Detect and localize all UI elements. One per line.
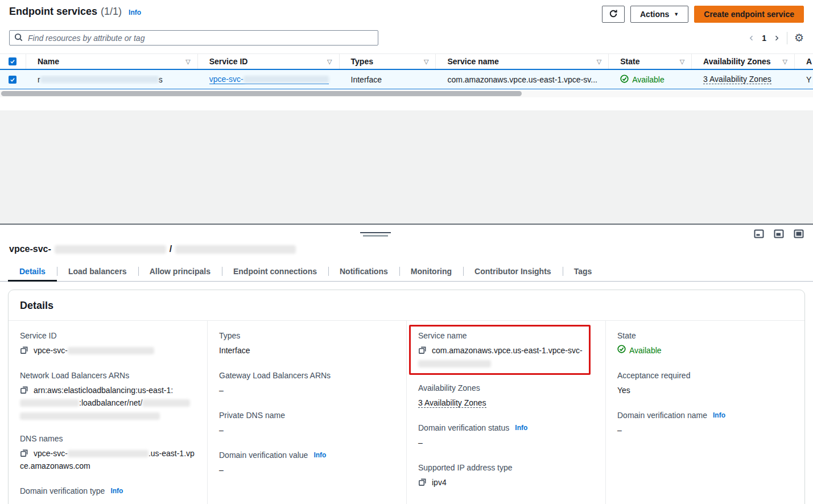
actions-button[interactable]: Actions ▼ (630, 6, 688, 23)
tab-endpoint-connections[interactable]: Endpoint connections (222, 263, 328, 281)
field-label: Domain verification status (418, 423, 509, 432)
tab-tags[interactable]: Tags (563, 263, 604, 281)
cell-service-name: com.amazonaws.vpce.us-east-1.vpce-sv... (436, 75, 609, 84)
info-link[interactable]: Info (515, 424, 527, 432)
field-label: DNS names (20, 434, 63, 443)
redacted-text (418, 360, 491, 367)
resource-count: (1/1) (101, 6, 122, 18)
details-card: Details Service ID vpce-svc- Network Loa… (8, 290, 805, 504)
availability-zones-popover-trigger[interactable]: 3 Availability Zones (703, 75, 771, 84)
panel-size-large-icon[interactable] (793, 228, 805, 239)
field-label: Supported IP address type (418, 463, 513, 472)
column-header-state[interactable]: State▽ (609, 54, 692, 69)
search-input[interactable] (27, 33, 373, 43)
info-link[interactable]: Info (129, 9, 141, 16)
create-endpoint-service-button[interactable]: Create endpoint service (694, 6, 804, 23)
field-state: State Available (617, 331, 793, 357)
status-badge: Available (617, 344, 662, 357)
previous-page-button[interactable] (748, 34, 755, 42)
actions-label: Actions (640, 10, 669, 19)
row-checkbox[interactable] (9, 76, 16, 84)
scrollbar-thumb[interactable] (1, 91, 522, 96)
refresh-icon (609, 9, 618, 20)
info-link[interactable]: Info (713, 411, 725, 419)
preferences-gear-icon[interactable]: ⚙ (794, 32, 804, 43)
horizontal-scrollbar[interactable] (0, 90, 813, 97)
field-label: State (617, 331, 636, 340)
table-header-row: Name▽ Service ID▽ Types▽ Service name▽ S… (0, 53, 813, 69)
panel-size-medium-icon[interactable] (773, 228, 785, 239)
details-card-heading: Details (9, 290, 804, 321)
column-header-service-name[interactable]: Service name▽ (436, 54, 609, 69)
field-service-name: Service name com.amazonaws.vpce.us-east-… (418, 331, 581, 367)
pagination: 1 ⚙ (748, 32, 804, 44)
panel-tabs: Details Load balancers Allow principals … (0, 263, 813, 282)
endpoint-services-table: Name▽ Service ID▽ Types▽ Service name▽ S… (0, 53, 813, 97)
sort-icon[interactable]: ▽ (323, 58, 332, 65)
panel-size-small-icon[interactable] (753, 228, 765, 239)
copy-icon[interactable] (20, 346, 28, 354)
field-types: Types Interface (219, 331, 395, 357)
sort-icon[interactable]: ▽ (419, 58, 428, 65)
tab-monitoring[interactable]: Monitoring (399, 263, 463, 281)
copy-icon[interactable] (20, 449, 28, 457)
redacted-text (20, 412, 160, 420)
field-label: Private DNS name (219, 411, 285, 420)
details-column-1: Service ID vpce-svc- Network Load Balanc… (9, 321, 207, 504)
redacted-text (20, 399, 79, 407)
column-header-service-id[interactable]: Service ID▽ (198, 54, 340, 69)
details-column-4: State Available Acceptance required Yes (605, 321, 804, 504)
column-header-name[interactable]: Name▽ (26, 54, 198, 69)
field-dns-names: DNS names vpce-svc-.us-east-1.vpce.amazo… (20, 434, 196, 472)
table-row[interactable]: rs vpce-svc- Interface com.amazonaws.vpc… (0, 69, 813, 89)
sort-icon[interactable]: ▽ (592, 58, 601, 65)
copy-icon[interactable] (20, 386, 28, 394)
tab-notifications[interactable]: Notifications (328, 263, 399, 281)
sort-icon[interactable]: ▽ (181, 58, 190, 65)
redacted-text (40, 76, 159, 83)
split-panel-drag-handle[interactable] (360, 232, 391, 237)
field-label: Service ID (20, 331, 57, 340)
check-circle-icon (617, 344, 626, 357)
cell-clipped: Y (795, 75, 813, 84)
status-badge: Available (620, 75, 665, 85)
search-box[interactable] (9, 30, 378, 46)
service-id-link[interactable]: vpce-svc- (209, 75, 329, 84)
info-link[interactable]: Info (313, 451, 326, 459)
field-label: Availability Zones (418, 383, 480, 393)
field-domain-verification-status: Domain verification statusInfo – (418, 423, 594, 449)
column-header-availability-zones[interactable]: Availability Zones▽ (692, 54, 795, 69)
copy-icon[interactable] (418, 346, 427, 354)
split-panel: vpce-svc- / Details Load balancers Allow… (0, 224, 813, 504)
column-header-types[interactable]: Types▽ (340, 54, 436, 69)
field-domain-verification-name: Domain verification nameInfo – (617, 411, 793, 436)
select-all-checkbox[interactable] (9, 57, 16, 65)
column-header-clipped[interactable]: A (795, 54, 813, 69)
availability-zones-popover-trigger[interactable]: 3 Availability Zones (418, 398, 486, 408)
details-card-body: Service ID vpce-svc- Network Load Balanc… (9, 321, 804, 504)
field-label: Acceptance required (617, 371, 690, 380)
tab-contributor-insights[interactable]: Contributor Insights (463, 263, 563, 281)
redacted-text (55, 245, 166, 254)
page-title-wrap: Endpoint services (1/1) Info (9, 6, 141, 18)
tab-details[interactable]: Details (8, 263, 57, 281)
info-link[interactable]: Info (110, 487, 123, 495)
endpoint-services-list-section: Endpoint services (1/1) Info Actions ▼ C… (0, 0, 813, 224)
copy-icon[interactable] (418, 478, 427, 486)
next-page-button[interactable] (773, 34, 780, 42)
redacted-text (142, 399, 190, 407)
divider (787, 32, 787, 44)
sort-icon[interactable]: ▽ (675, 58, 684, 65)
tab-allow-principals[interactable]: Allow principals (138, 263, 222, 281)
refresh-button[interactable] (602, 6, 625, 23)
header-actions: Actions ▼ Create endpoint service (602, 6, 804, 23)
details-column-2: Types Interface Gateway Load Balancers A… (207, 321, 406, 504)
field-label: Domain verification name (617, 411, 707, 420)
current-page[interactable]: 1 (762, 34, 766, 43)
field-label: Gateway Load Balancers ARNs (219, 371, 331, 380)
cell-types: Interface (340, 75, 436, 84)
field-label: Types (219, 331, 240, 340)
sort-icon[interactable]: ▽ (778, 58, 787, 65)
tab-load-balancers[interactable]: Load balancers (57, 263, 138, 281)
field-acceptance-required: Acceptance required Yes (617, 371, 793, 396)
